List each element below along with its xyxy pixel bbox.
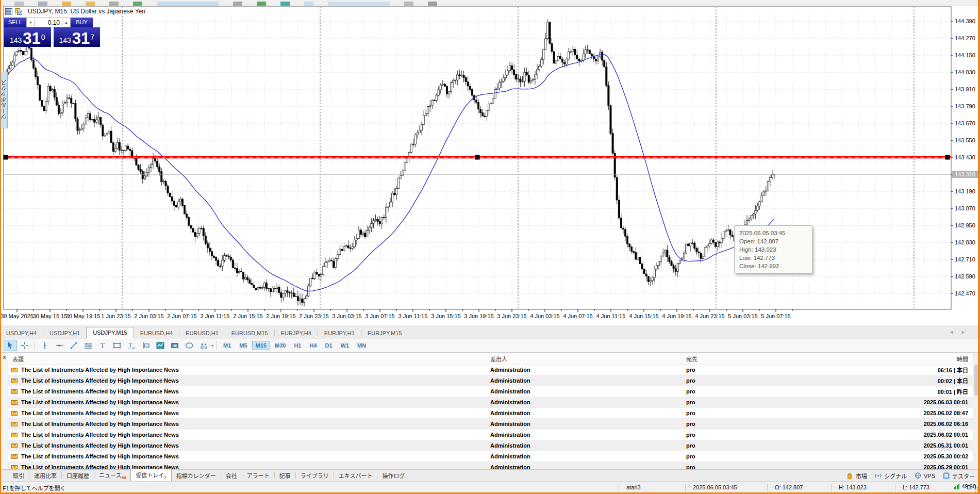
timeframe-d1[interactable]: D1 (322, 341, 336, 350)
chart-tab-eurjpy-m15[interactable]: EURJPY,M15 (361, 328, 408, 339)
chart-tab-eurjpy-h1[interactable]: EURJPY,H1 (318, 328, 361, 339)
chart-tab-usdjpy-m15[interactable]: USDJPY,M15 (86, 327, 134, 339)
volume-input[interactable] (35, 18, 62, 27)
tab-scroll-arrows[interactable]: ◄► (949, 330, 973, 335)
inbox-row[interactable]: The List of Instruments Affected by High… (8, 375, 973, 386)
sell-price-display[interactable]: 143310 (4, 27, 51, 47)
chart-tab-eurjpy-h4[interactable]: EURJPY,H4 (275, 328, 318, 339)
toolbox-close-button[interactable]: x (2, 354, 7, 360)
utility-label: テスター (952, 472, 975, 480)
chart-region[interactable]: 144.390144.270144.150144.030143.910143.7… (0, 6, 980, 325)
inbox-list: The List of Instruments Affected by High… (8, 365, 973, 470)
bottom-tab-11[interactable]: エキスパート (334, 470, 377, 481)
timeframe-h4[interactable]: H4 (306, 341, 320, 350)
toolbox-vertical-tab[interactable]: ツールボックス (1, 72, 8, 128)
arrows-tool[interactable] (197, 340, 210, 351)
indicator-window-tool[interactable] (154, 340, 167, 351)
inbox-row[interactable]: The List of Instruments Affected by High… (8, 440, 973, 451)
svg-text:3 Jun 19:15: 3 Jun 19:15 (464, 313, 494, 319)
sell-button[interactable]: SELL (4, 18, 26, 27)
ok-tool[interactable]: OK (168, 340, 181, 351)
buy-price-display[interactable]: 143317 (54, 27, 101, 47)
inbox-row[interactable]: The List of Instruments Affected by High… (8, 397, 973, 408)
mail-to-cell: pro (683, 410, 889, 416)
bottom-tab-8[interactable]: アラート (242, 470, 274, 481)
bottom-tab-4[interactable]: ニュース99 (94, 469, 130, 482)
svg-text:143.430: 143.430 (955, 154, 975, 160)
bottom-tab-5[interactable]: 受信トレイ7 (130, 469, 171, 482)
utility-テスター[interactable]: テスター (942, 472, 975, 480)
chart-tab-eurusd-h4[interactable]: EURUSD,H4 (134, 328, 179, 339)
inbox-row[interactable]: The List of Instruments Affected by High… (8, 386, 973, 397)
toolbar-fragment-icon (157, 2, 219, 6)
column-header-time[interactable]: 時間 (889, 355, 973, 363)
chart-tab-usdjpy-h1[interactable]: USDJPY,H1 (43, 328, 86, 339)
timeframe-m30[interactable]: M30 (271, 341, 289, 350)
bottom-tab-7[interactable]: 会社 (221, 470, 242, 481)
volume-down-button[interactable]: ▼ (26, 18, 35, 27)
trendline-tool[interactable] (67, 340, 80, 351)
inbox-row[interactable]: The List of Instruments Affected by High… (8, 365, 973, 375)
mail-from-cell: Administration (487, 367, 683, 373)
candlestick-chart[interactable]: 144.390144.270144.150144.030143.910143.7… (0, 6, 980, 325)
horizontal-line-tool[interactable] (53, 340, 66, 351)
inbox-row[interactable]: The List of Instruments Affected by High… (8, 451, 973, 462)
chart-tab-eurusd-m15[interactable]: EURUSD,M15 (225, 328, 274, 339)
timeframe-mn[interactable]: MN (354, 341, 370, 350)
chart-tab-eurusd-h1[interactable]: EURUSD,H1 (179, 328, 225, 339)
inbox-row[interactable]: The List of Instruments Affected by High… (8, 419, 973, 430)
toolbar-fragment-icon (14, 2, 24, 6)
svg-text:2 Jun 07:15: 2 Jun 07:15 (167, 313, 197, 319)
mail-subject: The List of Instruments Affected by High… (21, 388, 179, 394)
mail-subject: The List of Instruments Affected by High… (21, 442, 179, 449)
cursor-tool[interactable] (4, 340, 17, 351)
bottom-tab-9[interactable]: 記事 (275, 470, 295, 481)
channel-icon (84, 341, 93, 350)
bottom-tab-6[interactable]: 指標カレンダー (172, 470, 221, 481)
dropdown-caret-icon[interactable]: ▾ (211, 343, 213, 348)
timeframe-m1[interactable]: M1 (220, 341, 235, 350)
utility-市場[interactable]: 市場 (846, 472, 867, 480)
crosshair-tool[interactable] (18, 340, 31, 351)
text-label-tool[interactable]: T (125, 340, 138, 351)
rectangle-tool[interactable] (110, 340, 124, 351)
mail-subject: The List of Instruments Affected by High… (21, 432, 179, 438)
bottom-tab-3[interactable]: 口座履歴 (62, 470, 94, 481)
chart-title: USDJPY, M15: US Dollar vs Japanese Yen (28, 8, 145, 15)
column-header-to[interactable]: 宛先 (683, 355, 889, 363)
timeframe-h1[interactable]: H1 (290, 341, 305, 350)
svg-text:2 Jun 19:15: 2 Jun 19:15 (266, 313, 296, 319)
utility-buttons: 市場シグナルVPSテスター (846, 470, 975, 482)
channel-tool[interactable] (81, 340, 95, 351)
volume-up-button[interactable]: ▲ (62, 18, 71, 27)
bottom-tab-2[interactable]: 運用比率 (29, 470, 61, 481)
bottom-tab-12[interactable]: 操作ログ (377, 470, 409, 481)
toolbar-fragment-icon (133, 2, 142, 6)
inbox-row[interactable]: The List of Instruments Affected by High… (8, 408, 973, 419)
column-header-subject[interactable]: 表題 (8, 355, 487, 363)
svg-text:30 May 19:15: 30 May 19:15 (66, 313, 101, 319)
toolbar-fragment-icon (428, 2, 437, 6)
utility-シグナル[interactable]: シグナル (874, 472, 907, 480)
bottom-tab-1[interactable]: 取引 (8, 470, 29, 481)
ok-icon: OK (170, 341, 179, 350)
utility-vps[interactable]: VPS (914, 472, 935, 480)
ellipse-tool[interactable] (182, 340, 196, 351)
inbox-row[interactable]: The List of Instruments Affected by High… (8, 430, 973, 440)
bottom-tab-10[interactable]: ライブラリ (296, 470, 334, 481)
column-header-from[interactable]: 差出人 (487, 355, 683, 363)
chart-tab-usdjpy-h4[interactable]: USDJPY,H4 (0, 328, 43, 339)
timeframe-m5[interactable]: M5 (236, 341, 251, 350)
buy-button[interactable]: BUY (71, 18, 93, 27)
metatrader-window: 144.390144.270144.150144.030143.910143.7… (0, 0, 980, 494)
mail-time-cell: 2025.06.02 08:47 (889, 410, 973, 416)
vertical-line-tool[interactable] (38, 340, 52, 351)
timeframe-w1[interactable]: W1 (337, 341, 353, 350)
mail-time-cell: 2025.05.31 00:01 (889, 442, 973, 449)
fibonacci-tool[interactable] (139, 340, 153, 351)
tooltip-open: Open: 142.807 (739, 237, 807, 245)
timeframe-m15[interactable]: M15 (252, 341, 270, 350)
text-tool[interactable]: T (96, 340, 109, 351)
mail-to-cell: pro (683, 367, 889, 373)
mail-subject-cell: The List of Instruments Affected by High… (8, 367, 487, 373)
